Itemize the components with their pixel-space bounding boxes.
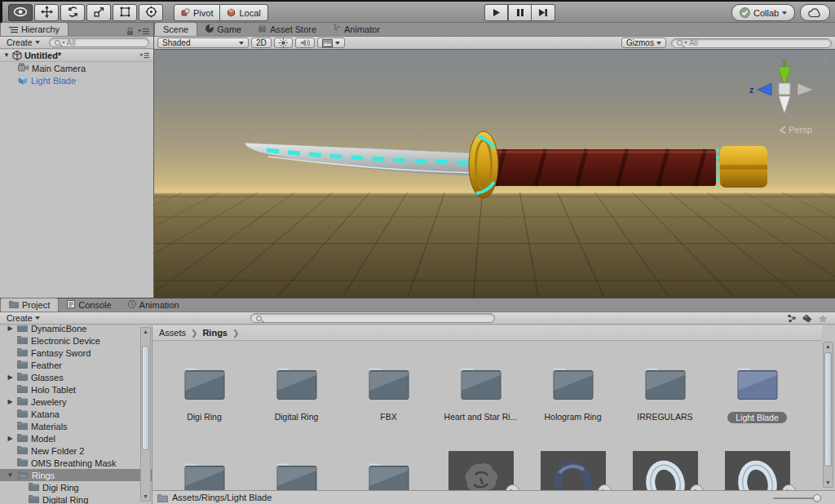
- hierarchy-create-button[interactable]: Create: [4, 38, 42, 47]
- scene-root-row[interactable]: ▼ Untitled*: [0, 50, 153, 62]
- search-by-type-icon[interactable]: [787, 314, 797, 323]
- pivot-toggle-button[interactable]: Pivot: [174, 4, 220, 21]
- content-scrollbar[interactable]: ▲ ▼: [823, 342, 833, 488]
- transform-tool-group: [8, 4, 163, 21]
- asset-item-digital-ring[interactable]: Digital Ring: [250, 358, 342, 423]
- asset-item-irregulars[interactable]: IRREGULARS: [619, 358, 711, 423]
- tree-item-new-folder-2[interactable]: New Folder 2: [0, 444, 152, 457]
- asset-item-folder[interactable]: [250, 453, 342, 490]
- tree-item-fantasy-sword[interactable]: Fantasy Sword: [0, 347, 152, 359]
- tab-project[interactable]: Project: [0, 298, 59, 312]
- tree-scrollbar[interactable]: ▲ ▼: [140, 327, 151, 502]
- lock-icon[interactable]: [126, 27, 134, 36]
- breadcrumb-segment[interactable]: Assets: [159, 328, 186, 338]
- scene-menu-icon[interactable]: [139, 51, 150, 60]
- asset-item-preview[interactable]: [435, 453, 527, 490]
- expander-icon[interactable]: ▶: [7, 399, 14, 405]
- panel-menu-icon[interactable]: [138, 28, 149, 35]
- preview-play-icon[interactable]: [690, 484, 704, 490]
- rect-tool-button[interactable]: [113, 4, 137, 21]
- tree-item-label: Electronic Device: [31, 336, 100, 346]
- tree-item-glasses[interactable]: ▶ Glasses: [0, 371, 152, 383]
- local-toggle-button[interactable]: Local: [220, 4, 267, 21]
- tree-item-katana[interactable]: Katana: [0, 408, 152, 420]
- tree-item-jewelery[interactable]: ▶ Jewelery: [0, 396, 152, 408]
- asset-item-hologram-ring[interactable]: Hologram Ring: [527, 358, 619, 423]
- scene-viewport[interactable]: y z Persp: [154, 50, 835, 298]
- tab-console[interactable]: Console: [59, 298, 119, 312]
- cloud-button[interactable]: [800, 4, 830, 21]
- view-tool-button[interactable]: [8, 4, 33, 21]
- tab-hierarchy[interactable]: Hierarchy: [0, 22, 68, 36]
- tab-asset-store[interactable]: Asset Store: [250, 22, 325, 36]
- asset-item-preview[interactable]: [711, 453, 803, 490]
- tree-item-rings[interactable]: ▼ Rings: [0, 469, 152, 481]
- asset-item-fbx[interactable]: FBX: [342, 358, 435, 423]
- tree-item-oms-breathing-mask[interactable]: OMS Breathing Mask: [0, 457, 152, 469]
- asset-item-folder[interactable]: [158, 453, 250, 490]
- asset-item-folder[interactable]: [342, 453, 435, 490]
- hierarchy-item-main-camera[interactable]: Main Camera: [0, 62, 153, 74]
- expander-icon[interactable]: ▶: [7, 325, 14, 332]
- tree-item-dynamicbone[interactable]: ▶ DynamicBone: [0, 325, 152, 334]
- breadcrumb-segment[interactable]: Rings: [202, 328, 228, 338]
- pause-button[interactable]: [508, 4, 532, 21]
- play-button[interactable]: [484, 4, 508, 21]
- audio-toggle-button[interactable]: [295, 38, 315, 48]
- expander-icon[interactable]: ▶: [7, 374, 14, 381]
- lighting-toggle-button[interactable]: [274, 38, 293, 48]
- asset-item-preview[interactable]: [527, 453, 619, 490]
- scroll-up-icon[interactable]: ▲: [141, 328, 150, 336]
- shading-mode-dropdown[interactable]: Shaded: [157, 38, 249, 48]
- asset-item-heart-and-star-ri-[interactable]: Heart and Star Ri...: [435, 358, 527, 423]
- rotate-tool-button[interactable]: [60, 4, 85, 21]
- expander-down-icon[interactable]: ▼: [3, 52, 10, 59]
- collab-button[interactable]: Collab: [731, 4, 795, 21]
- gizmos-dropdown[interactable]: Gizmos: [621, 38, 666, 48]
- favorites-star-icon[interactable]: [818, 314, 828, 323]
- katana-model[interactable]: [154, 50, 835, 298]
- search-by-label-icon[interactable]: [802, 314, 812, 323]
- tree-item-label: Rings: [32, 471, 55, 480]
- preview-play-icon[interactable]: [782, 484, 796, 490]
- tab-game[interactable]: Game: [197, 22, 250, 36]
- tree-item-electronic-device[interactable]: Electronic Device: [0, 334, 152, 347]
- tree-item-materials[interactable]: Materials: [0, 420, 152, 432]
- tree-item-digi-ring[interactable]: Digi Ring: [0, 481, 152, 493]
- content-scrollbar-thumb[interactable]: [824, 352, 832, 466]
- move-tool-button[interactable]: [34, 4, 59, 21]
- effects-dropdown-button[interactable]: [317, 38, 345, 48]
- transform-tool-button[interactable]: [139, 4, 163, 21]
- scroll-down-icon[interactable]: ▼: [141, 493, 150, 501]
- tree-scrollbar-thumb[interactable]: [142, 346, 149, 450]
- step-button[interactable]: [532, 4, 555, 21]
- project-search-input[interactable]: [250, 313, 495, 323]
- hierarchy-item-light-blade[interactable]: Light Blade: [0, 74, 153, 86]
- tab-animator[interactable]: Animator: [325, 22, 388, 36]
- tree-item-holo-tablet[interactable]: Holo Tablet: [0, 383, 152, 396]
- persp-toggle[interactable]: Persp: [780, 125, 812, 135]
- scroll-up-icon[interactable]: ▲: [824, 343, 833, 351]
- expander-icon[interactable]: ▼: [7, 472, 14, 479]
- scene-search-input[interactable]: All: [671, 38, 832, 48]
- tab-scene[interactable]: Scene: [154, 22, 197, 36]
- expander-icon[interactable]: ▶: [7, 435, 14, 442]
- preview-play-icon[interactable]: [598, 484, 612, 490]
- orientation-gizmo[interactable]: y z: [746, 56, 824, 120]
- asset-item-light-blade[interactable]: Light Blade: [711, 358, 803, 423]
- project-create-button[interactable]: Create: [4, 313, 42, 323]
- folder-icon: [17, 360, 28, 370]
- slider-knob[interactable]: [813, 494, 821, 502]
- 2d-toggle-button[interactable]: 2D: [251, 38, 272, 48]
- preview-play-icon[interactable]: [506, 484, 519, 490]
- scroll-down-icon[interactable]: ▼: [824, 479, 833, 487]
- tree-item-feather[interactable]: Feather: [0, 359, 152, 371]
- scale-tool-button[interactable]: [86, 4, 111, 21]
- thumbnail-size-slider[interactable]: [773, 497, 817, 499]
- asset-item-preview[interactable]: [619, 453, 711, 490]
- hierarchy-search-input[interactable]: All: [49, 38, 149, 47]
- tab-animation[interactable]: Animation: [120, 298, 188, 312]
- asset-item-digi-ring[interactable]: Digi Ring: [158, 358, 250, 423]
- tree-item-model[interactable]: ▶ Model: [0, 432, 152, 444]
- tree-item-digital-ring[interactable]: Digital Ring: [0, 493, 152, 504]
